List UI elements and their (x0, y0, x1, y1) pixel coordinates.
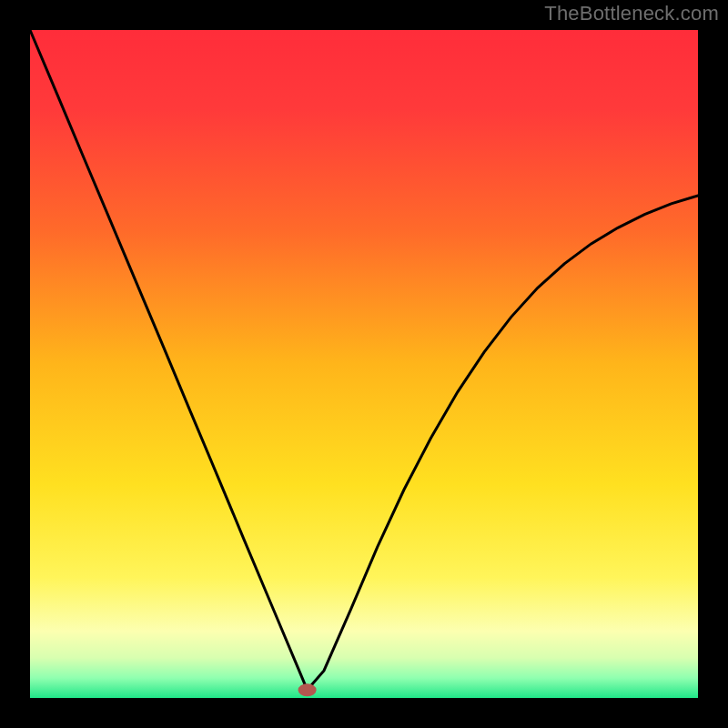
plot-gradient-background (30, 30, 698, 698)
chart-container: TheBottleneck.com (0, 0, 728, 728)
optimum-marker (298, 683, 317, 696)
watermark-text: TheBottleneck.com (544, 2, 719, 25)
bottleneck-chart (0, 0, 728, 728)
